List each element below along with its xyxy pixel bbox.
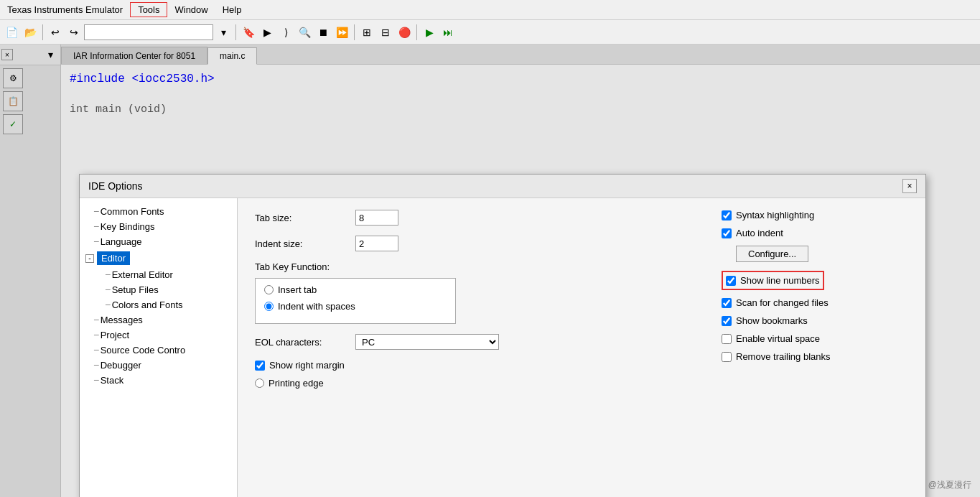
redo-button[interactable]: ↪ bbox=[65, 24, 83, 41]
open-button[interactable]: 📂 bbox=[22, 24, 39, 41]
dialog-title: IDE Options bbox=[88, 180, 142, 192]
tree-panel: ─ Common Fonts ─ Key Bindings ─ Language bbox=[80, 198, 238, 497]
tab-key-function-group: Insert tab Indent with spaces bbox=[255, 278, 456, 324]
scan-changed-files-label: Scan for changed files bbox=[736, 297, 829, 308]
syntax-highlighting-checkbox[interactable] bbox=[722, 210, 732, 220]
eol-select[interactable]: PC Unix Mac bbox=[355, 334, 499, 350]
step-button[interactable]: ⏭ bbox=[439, 24, 457, 41]
options-right: Syntax highlighting Auto indent Configur… bbox=[722, 210, 908, 394]
tree-item-messages[interactable]: ─ Messages bbox=[83, 312, 234, 328]
configure-button-row: Configure... bbox=[736, 246, 908, 262]
tree-item-colors-fonts[interactable]: ─ Colors and Fonts bbox=[94, 297, 234, 312]
remove-trailing-blanks-row: Remove trailing blanks bbox=[722, 351, 908, 362]
printing-edge-label: Printing edge bbox=[269, 378, 324, 389]
menu-app-title[interactable]: Texas Instruments Emulator bbox=[0, 3, 130, 17]
syntax-highlighting-label: Syntax highlighting bbox=[736, 210, 814, 220]
tree-item-language[interactable]: ─ Language bbox=[83, 234, 234, 249]
options-left: Tab size: Indent size: bbox=[255, 210, 693, 394]
grid-button[interactable]: ⊞ bbox=[358, 24, 375, 41]
scan-changed-files-checkbox[interactable] bbox=[722, 298, 732, 308]
tree-item-editor[interactable]: - Editor bbox=[83, 249, 234, 267]
filter-button[interactable]: 🔍 bbox=[296, 24, 313, 41]
indent-size-row: Indent size: bbox=[255, 236, 693, 251]
show-right-margin-checkbox[interactable] bbox=[255, 361, 265, 371]
radio-insert-tab: Insert tab bbox=[264, 284, 447, 295]
show-line-numbers-highlighted-box: Show line numbers bbox=[722, 271, 824, 290]
remove-trailing-blanks-label: Remove trailing blanks bbox=[736, 351, 831, 362]
grid2-button[interactable]: ⊟ bbox=[377, 24, 394, 41]
toolbar-separator-4 bbox=[416, 24, 417, 40]
indent-size-input[interactable] bbox=[355, 236, 398, 251]
undo-button[interactable]: ↩ bbox=[47, 24, 64, 41]
arrow-button-2[interactable]: ⟩ bbox=[277, 24, 294, 41]
auto-indent-row: Auto indent bbox=[722, 228, 908, 238]
tab-size-row: Tab size: bbox=[255, 210, 693, 226]
tree-item-key-bindings[interactable]: ─ Key Bindings bbox=[83, 219, 234, 234]
menu-help[interactable]: Help bbox=[215, 3, 249, 17]
show-line-numbers-row: Show line numbers bbox=[726, 275, 820, 286]
tree-item-debugger[interactable]: ─ Debugger bbox=[83, 358, 234, 373]
scan-changed-files-row: Scan for changed files bbox=[722, 297, 908, 308]
radio-indent-spaces: Indent with spaces bbox=[264, 301, 447, 312]
tree-item-setup-files[interactable]: ─ Setup Files bbox=[94, 282, 234, 297]
printing-edge-input[interactable] bbox=[255, 378, 264, 388]
tree-item-source-code[interactable]: ─ Source Code Contro bbox=[83, 343, 234, 358]
tab-size-label: Tab size: bbox=[255, 213, 355, 223]
debug-button[interactable]: 🔴 bbox=[396, 24, 413, 41]
tab-key-function-section: Tab Key Function: Insert tab bbox=[255, 261, 693, 324]
toolbar-separator-3 bbox=[354, 24, 355, 40]
remove-trailing-blanks-checkbox[interactable] bbox=[722, 352, 732, 362]
show-line-numbers-label: Show line numbers bbox=[740, 275, 820, 286]
app-window: Texas Instruments Emulator Tools Window … bbox=[0, 0, 980, 497]
radio-insert-tab-label: Insert tab bbox=[278, 284, 317, 295]
dialog-close-button[interactable]: × bbox=[902, 179, 917, 193]
show-right-margin-row: Show right margin bbox=[255, 360, 693, 371]
run-button[interactable]: ▶ bbox=[421, 24, 438, 41]
dialog-body: ─ Common Fonts ─ Key Bindings ─ Language bbox=[80, 198, 925, 497]
toolbar: 📄 📂 ↩ ↪ ▾ 🔖 ▶ ⟩ 🔍 ⏹ ⏩ ⊞ ⊟ 🔴 ▶ ⏭ bbox=[0, 20, 980, 45]
configure-button[interactable]: Configure... bbox=[736, 246, 808, 262]
options-two-col: Tab size: Indent size: bbox=[255, 210, 908, 394]
radio-indent-spaces-input[interactable] bbox=[264, 302, 274, 311]
tree-item-stack[interactable]: ─ Stack bbox=[83, 373, 234, 388]
tab-size-input[interactable] bbox=[355, 210, 398, 226]
modal-overlay: IDE Options × ─ Common Fonts ─ Key Bindi… bbox=[0, 45, 980, 497]
show-line-numbers-checkbox[interactable] bbox=[726, 276, 736, 286]
enable-virtual-space-label: Enable virtual space bbox=[736, 333, 820, 344]
forward-button[interactable]: ⏩ bbox=[333, 24, 350, 41]
show-bookmarks-checkbox[interactable] bbox=[722, 316, 732, 326]
auto-indent-checkbox[interactable] bbox=[722, 228, 732, 238]
eol-row: EOL characters: PC Unix Mac bbox=[255, 334, 693, 350]
tab-key-function-label: Tab Key Function: bbox=[255, 261, 693, 272]
printing-edge-row: Printing edge bbox=[255, 378, 693, 389]
show-bookmarks-label: Show bookmarks bbox=[736, 315, 808, 326]
radio-insert-tab-input[interactable] bbox=[264, 285, 274, 294]
tree-item-common-fonts[interactable]: ─ Common Fonts bbox=[83, 204, 234, 219]
show-bookmarks-row: Show bookmarks bbox=[722, 315, 908, 326]
radio-indent-spaces-label: Indent with spaces bbox=[278, 301, 355, 312]
menu-window[interactable]: Window bbox=[167, 3, 215, 17]
syntax-highlighting-row: Syntax highlighting bbox=[722, 210, 908, 220]
indent-size-label: Indent size: bbox=[255, 238, 355, 249]
arrow-button-1[interactable]: ▶ bbox=[258, 24, 276, 41]
stop-button[interactable]: ⏹ bbox=[314, 24, 332, 41]
toolbar-separator-1 bbox=[42, 24, 43, 40]
tree-item-external-editor[interactable]: ─ External Editor bbox=[94, 267, 234, 282]
toolbar-search-input[interactable] bbox=[84, 24, 213, 40]
dropdown-arrow[interactable]: ▾ bbox=[215, 24, 232, 41]
menu-bar: Texas Instruments Emulator Tools Window … bbox=[0, 0, 980, 20]
ide-options-dialog: IDE Options × ─ Common Fonts ─ Key Bindi… bbox=[79, 174, 926, 497]
tree-expander-icon[interactable]: - bbox=[85, 254, 94, 263]
tree-item-project[interactable]: ─ Project bbox=[83, 328, 234, 343]
enable-virtual-space-checkbox[interactable] bbox=[722, 334, 732, 344]
tree-children-editor: ─ External Editor ─ Setup Files ─ Colors… bbox=[83, 267, 234, 312]
auto-indent-label: Auto indent bbox=[736, 228, 783, 238]
main-area: × ▾ ⚙ 📋 ✓ IAR Information Center for 805… bbox=[0, 45, 980, 497]
bookmark-button[interactable]: 🔖 bbox=[240, 24, 257, 41]
tree-item-editor-label: Editor bbox=[97, 251, 130, 265]
menu-tools[interactable]: Tools bbox=[130, 2, 167, 17]
new-button[interactable]: 📄 bbox=[3, 24, 20, 41]
eol-label: EOL characters: bbox=[255, 337, 355, 348]
show-right-margin-label: Show right margin bbox=[269, 360, 345, 371]
toolbar-separator-2 bbox=[235, 24, 236, 40]
